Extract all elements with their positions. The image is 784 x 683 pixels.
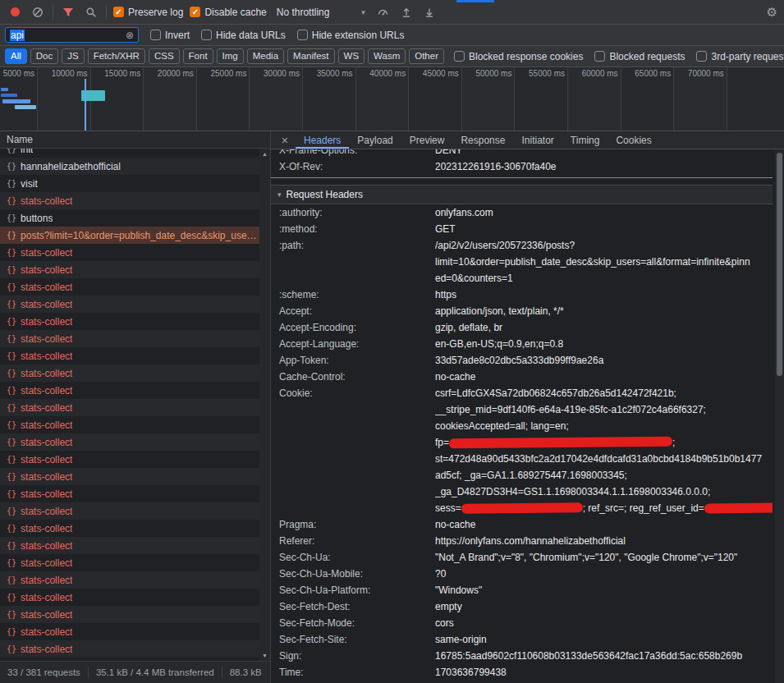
type-filter-img[interactable]: Img [217,48,244,64]
request-row[interactable]: {}stats-collect [0,485,270,502]
request-list-scrollbar[interactable]: ▲ ▼ [259,149,270,661]
header-value-text: GET [435,223,456,235]
details-scrollbar[interactable] [775,150,784,683]
script-file-icon: {} [7,351,16,360]
network-filter-input[interactable]: api ⊗ [5,27,139,43]
request-row[interactable]: {}stats-collect [0,537,270,554]
type-filter-manifest[interactable]: Manifest [287,48,334,64]
request-row[interactable]: {}stats-collect [0,589,270,606]
scroll-up-icon[interactable]: ▲ [262,151,268,157]
type-filter-doc[interactable]: Doc [30,48,58,64]
request-row[interactable]: {}posts?limit=10&order=publish_date_desc… [0,227,270,244]
request-row[interactable]: {}stats-collect [0,382,270,399]
hide-extension-urls-checkbox[interactable]: Hide extension URLs [297,30,405,41]
header-name: Accept-Encoding: [279,319,435,336]
type-filter-fetch-xhr[interactable]: Fetch/XHR [88,48,145,64]
request-row[interactable]: {}stats-collect [0,399,270,416]
tab-headers[interactable]: Headers [296,131,349,149]
filter-checkbox-blocked-requests[interactable]: Blocked requests [594,51,685,62]
timeline-column: 20000 ms [144,67,197,131]
type-filter-font[interactable]: Font [183,48,213,64]
request-row[interactable]: {}stats-collect [0,520,270,537]
request-row[interactable]: {}stats-collect [0,347,270,364]
request-row[interactable]: {}stats-collect [0,640,270,658]
details-scrollbar-thumb[interactable] [777,153,782,376]
disable-cache-checkbox[interactable]: ✓ Disable cache [190,7,266,18]
name-column-header[interactable]: Name [0,131,270,149]
type-filter-css[interactable]: CSS [149,48,180,64]
header-value: application/json, text/plain, */* [435,303,773,319]
filter-checkbox-3rd-party-requests[interactable]: 3rd-party requests [696,51,784,62]
request-row[interactable]: {}buttons [0,209,270,227]
clear-button[interactable] [30,4,46,21]
network-conditions-button[interactable] [375,4,392,21]
header-value-line: 33d57ade8c02dbc5a333db99ff9ae26a [435,352,773,369]
request-row[interactable]: {}stats-collect [0,364,270,382]
request-row[interactable]: {}stats-collect [0,468,270,485]
request-row[interactable]: {}stats-collect [0,623,270,640]
type-filter-ws[interactable]: WS [338,48,365,64]
header-value: gzip, deflate, br [435,319,773,336]
type-filter-other[interactable]: Other [409,48,444,64]
request-row[interactable]: {}stats-collect [0,192,270,209]
hide-data-urls-checkbox[interactable]: Hide data URLs [201,30,286,41]
network-activity-bar [1,94,17,97]
type-filter-js[interactable]: JS [62,48,84,64]
tab-preview[interactable]: Preview [401,131,453,149]
tab-initiator[interactable]: Initiator [513,131,562,149]
invert-checkbox[interactable]: Invert [150,30,190,41]
filter-checkbox-blocked-response-cookies[interactable]: Blocked response cookies [454,51,583,62]
scroll-down-icon[interactable]: ▼ [262,653,268,658]
tab-cookies[interactable]: Cookies [607,131,659,149]
request-row[interactable]: {}stats-collect [0,261,270,278]
network-activity-bar [2,99,30,103]
settings-gear-icon[interactable]: ⚙ [767,5,777,20]
import-har-button[interactable] [398,4,415,21]
export-har-button[interactable] [421,4,438,21]
header-name: :scheme: [279,286,435,303]
header-name: Time: [279,664,435,681]
tab-timing[interactable]: Timing [562,131,608,149]
request-row[interactable]: {}stats-collect [0,313,270,330]
header-value-line: same-origin [435,631,773,648]
request-row[interactable]: {}stats-collect [0,416,270,433]
throttling-select[interactable]: No throttling ▾ [273,7,369,18]
request-row[interactable]: {}stats-collect [0,278,270,296]
close-details-icon[interactable]: × [274,131,296,149]
request-row[interactable]: {}stats-collect [0,571,270,589]
request-row[interactable]: {}stats-collect [0,296,270,313]
type-filter-wasm[interactable]: Wasm [368,48,406,64]
tab-response[interactable]: Response [452,131,513,149]
header-value: no-cache [435,369,773,385]
request-row[interactable]: {}stats-collect [0,244,270,261]
request-row[interactable]: {}stats-collect [0,330,270,347]
request-row[interactable]: {}stats-collect [0,433,270,451]
header-value-text: en-GB,en-US;q=0.9,en;q=0.8 [435,338,563,350]
timeline-overview[interactable]: 5000 ms10000 ms15000 ms20000 ms25000 ms3… [0,67,784,131]
tab-payload[interactable]: Payload [349,131,401,149]
request-row[interactable]: {}stats-collect [0,451,270,468]
type-filter-all[interactable]: All [5,48,27,64]
section-request-headers[interactable]: ▾Request Headers [271,185,773,204]
header-value-text: 33d57ade8c02dbc5a333db99ff9ae26a [435,355,603,366]
request-name-label: stats-collect [21,644,72,655]
request-row[interactable]: {}stats-collect [0,502,270,520]
header-value-line: ed=0&counters=1 [435,270,773,286]
request-row[interactable]: {}hannahelizabethofficial [0,158,270,175]
header-value-text: 202312261916-30670fa40e [435,161,556,172]
record-button[interactable] [7,4,23,21]
request-row[interactable]: {}stats-collect [0,554,270,571]
filter-input-value: api [10,30,25,41]
request-row[interactable]: {}init [0,149,270,158]
clear-filter-icon[interactable]: ⊗ [126,30,134,40]
header-name: Accept-Language: [279,336,435,352]
filter-toggle-button[interactable] [60,4,76,21]
header-value-text: 1703636799438 [435,667,507,678]
search-button[interactable] [83,4,99,21]
request-row[interactable]: {}stats-collect [0,606,270,623]
type-filter-media[interactable]: Media [247,48,284,64]
header-value: same-origin [435,631,773,648]
preserve-log-checkbox[interactable]: ✓ Preserve log [113,7,183,18]
request-name-label: stats-collect [21,351,72,362]
request-row[interactable]: {}visit [0,175,270,192]
